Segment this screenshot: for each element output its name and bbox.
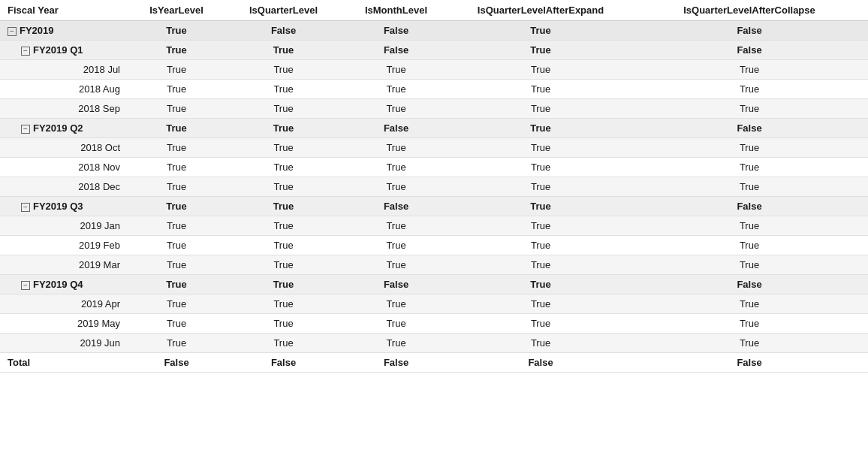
value-cell-5: True [631, 255, 868, 275]
value-cell-2: True [225, 275, 342, 294]
fiscal-year-cell: 2018 Oct [0, 138, 128, 158]
value-cell-2: True [225, 60, 342, 80]
value-cell-5: True [631, 158, 868, 177]
value-cell-4: True [451, 60, 631, 80]
value-cell-4: True [451, 294, 631, 314]
value-cell-5: True [631, 216, 868, 236]
header-is-quarter-level: IsQuarterLevel [225, 0, 342, 21]
value-cell-2: True [225, 138, 342, 158]
value-cell-5: False [631, 21, 868, 41]
value-cell-3: True [342, 60, 451, 80]
value-cell-2: True [225, 294, 342, 314]
value-cell-3: False [342, 119, 451, 138]
value-cell-2: True [225, 177, 342, 197]
value-cell-2: True [225, 41, 342, 60]
main-table-container: Fiscal Year IsYearLevel IsQuarterLevel I… [0, 0, 868, 373]
value-cell-4: True [451, 255, 631, 275]
value-cell-3: True [342, 177, 451, 197]
value-cell-2: True [225, 119, 342, 138]
value-cell-2: True [225, 314, 342, 334]
value-cell-4: True [451, 314, 631, 334]
table-row: 2018 OctTrueTrueTrueTrueTrue [0, 138, 868, 158]
value-cell-3: True [342, 158, 451, 177]
fiscal-year-cell: 2019 Mar [0, 255, 128, 275]
fiscal-year-cell: 2019 Feb [0, 236, 128, 255]
table-row: 2018 JulTrueTrueTrueTrueTrue [0, 60, 868, 80]
value-cell-3: True [342, 255, 451, 275]
fiscal-year-cell: 2018 Jul [0, 60, 128, 80]
fiscal-year-cell: −FY2019 Q2 [0, 119, 128, 138]
value-cell-1: True [128, 177, 225, 197]
value-cell-4: True [451, 158, 631, 177]
table-row: −FY2019 Q4TrueTrueFalseTrueFalse [0, 275, 868, 294]
fiscal-year-cell: 2019 May [0, 314, 128, 334]
value-cell-3: True [342, 138, 451, 158]
value-cell-2: True [225, 197, 342, 216]
fiscal-year-cell: −FY2019 Q3 [0, 197, 128, 216]
value-cell-5: True [631, 294, 868, 314]
value-cell-4: True [451, 275, 631, 294]
value-cell-2: True [225, 80, 342, 99]
value-cell-3: True [342, 99, 451, 119]
fiscal-year-cell: 2018 Nov [0, 158, 128, 177]
table-row: 2019 JanTrueTrueTrueTrueTrue [0, 216, 868, 236]
value-cell-3: True [342, 314, 451, 334]
table-row: 2018 AugTrueTrueTrueTrueTrue [0, 80, 868, 99]
expand-icon[interactable]: − [21, 203, 30, 212]
value-cell-4: True [451, 119, 631, 138]
value-cell-1: True [128, 21, 225, 41]
value-cell-5: True [631, 138, 868, 158]
value-cell-4: True [451, 138, 631, 158]
value-cell-5: False [631, 353, 868, 373]
value-cell-1: True [128, 138, 225, 158]
value-cell-1: True [128, 236, 225, 255]
table-row: 2018 NovTrueTrueTrueTrueTrue [0, 158, 868, 177]
fiscal-year-cell: 2019 Apr [0, 294, 128, 314]
value-cell-3: True [342, 294, 451, 314]
value-cell-4: False [451, 353, 631, 373]
header-is-quarter-level-after-collapse: IsQuarterLevelAfterCollapse [631, 0, 868, 21]
value-cell-4: True [451, 41, 631, 60]
expand-icon[interactable]: − [21, 47, 30, 56]
value-cell-4: True [451, 216, 631, 236]
expand-icon[interactable]: − [8, 27, 17, 36]
header-is-month-level: IsMonthLevel [342, 0, 451, 21]
header-row: Fiscal Year IsYearLevel IsQuarterLevel I… [0, 0, 868, 21]
value-cell-2: True [225, 158, 342, 177]
expand-icon[interactable]: − [21, 125, 30, 134]
table-row: 2019 MayTrueTrueTrueTrueTrue [0, 314, 868, 334]
fiscal-year-cell: 2018 Sep [0, 99, 128, 119]
table-row: −FY2019 Q3TrueTrueFalseTrueFalse [0, 197, 868, 216]
row-label: FY2019 Q4 [33, 279, 83, 290]
value-cell-3: True [342, 334, 451, 353]
value-cell-1: False [128, 353, 225, 373]
row-label: FY2019 [20, 25, 54, 36]
value-cell-3: True [342, 80, 451, 99]
value-cell-5: True [631, 80, 868, 99]
value-cell-2: True [225, 99, 342, 119]
value-cell-2: True [225, 334, 342, 353]
header-fiscal-year: Fiscal Year [0, 0, 128, 21]
value-cell-3: False [342, 197, 451, 216]
fiscal-year-cell: 2019 Jan [0, 216, 128, 236]
value-cell-5: True [631, 314, 868, 334]
table-row: −FY2019 Q2TrueTrueFalseTrueFalse [0, 119, 868, 138]
value-cell-1: True [128, 314, 225, 334]
fiscal-year-cell: 2018 Aug [0, 80, 128, 99]
table-row: 2019 JunTrueTrueTrueTrueTrue [0, 334, 868, 353]
table-row: 2019 FebTrueTrueTrueTrueTrue [0, 236, 868, 255]
value-cell-5: False [631, 275, 868, 294]
value-cell-5: True [631, 60, 868, 80]
value-cell-1: True [128, 275, 225, 294]
value-cell-4: True [451, 334, 631, 353]
table-row: 2018 SepTrueTrueTrueTrueTrue [0, 99, 868, 119]
expand-icon[interactable]: − [21, 281, 30, 290]
value-cell-1: True [128, 99, 225, 119]
table-row: 2018 DecTrueTrueTrueTrueTrue [0, 177, 868, 197]
value-cell-1: True [128, 158, 225, 177]
fiscal-year-cell: Total [0, 353, 128, 373]
value-cell-2: True [225, 236, 342, 255]
value-cell-2: False [225, 353, 342, 373]
value-cell-4: True [451, 197, 631, 216]
value-cell-1: True [128, 119, 225, 138]
